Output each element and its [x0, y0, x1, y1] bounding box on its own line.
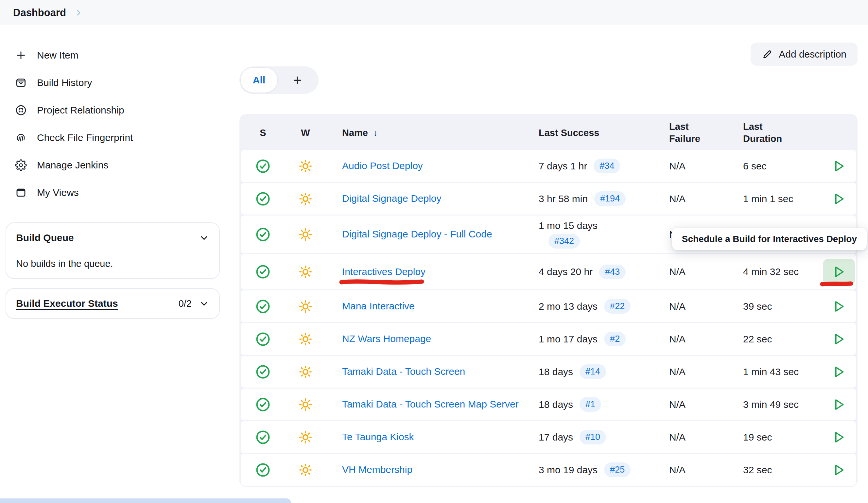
sidebar-item-check-file-fingerprint[interactable]: Check File Fingerprint	[6, 124, 239, 152]
column-header-name[interactable]: Name ↓	[326, 127, 539, 138]
column-header-weather[interactable]: W	[285, 127, 326, 138]
job-link[interactable]: Digital Signage Deploy	[342, 193, 442, 205]
sidebar-item-label: Check File Fingerprint	[37, 132, 133, 143]
last-failure-value: N/A	[669, 366, 743, 377]
build-number-badge[interactable]: #194	[594, 191, 626, 206]
build-number-badge[interactable]: #22	[604, 299, 631, 314]
build-success-icon[interactable]	[256, 264, 270, 279]
weather-sun-icon	[298, 397, 313, 412]
last-duration-value: 1 min 43 sec	[743, 366, 822, 377]
sidebar-item-build-history[interactable]: Build History	[6, 69, 239, 96]
last-duration-value: 32 sec	[743, 464, 822, 475]
table-row: Digital Signage Deploy3 hr 58 min#194N/A…	[241, 183, 856, 215]
build-number-badge[interactable]: #43	[599, 265, 626, 279]
build-number-badge[interactable]: #2	[604, 332, 626, 346]
job-link[interactable]: Te Taunga Kiosk	[342, 431, 414, 443]
sidebar-item-manage-jenkins[interactable]: Manage Jenkins	[6, 152, 239, 179]
build-queue-header[interactable]: Build Queue	[16, 232, 209, 243]
sidebar-item-label: New Item	[37, 50, 79, 61]
column-header-status[interactable]: S	[241, 127, 285, 138]
main-content: Add description All + S W Name ↓ Last Su…	[239, 25, 868, 487]
weather-sun-icon	[298, 463, 313, 477]
build-success-icon[interactable]	[256, 227, 270, 242]
last-failure-value: N/A	[669, 193, 743, 204]
sidebar-item-new-item[interactable]: New Item	[6, 42, 239, 69]
last-success-time: 4 days 20 hr	[539, 266, 593, 277]
table-row: Te Taunga Kiosk17 days#10N/A19 sec	[241, 421, 856, 453]
build-queue-empty-text: No builds in the queue.	[16, 258, 209, 269]
build-success-icon[interactable]	[256, 462, 270, 478]
job-link[interactable]: Tamaki Data - Touch Screen Map Server	[342, 398, 519, 410]
weather-sun-icon	[298, 332, 313, 346]
column-header-last-duration[interactable]: Last Duration	[743, 121, 822, 145]
schedule-build-button[interactable]	[831, 397, 846, 412]
build-queue-panel: Build Queue No builds in the queue.	[6, 223, 220, 279]
build-executor-title[interactable]: Build Executor Status	[16, 298, 118, 309]
column-header-last-failure[interactable]: Last Failure	[669, 121, 743, 145]
schedule-build-button[interactable]	[831, 158, 846, 174]
build-number-badge[interactable]: #342	[548, 234, 580, 248]
build-success-icon[interactable]	[256, 332, 270, 347]
weather-sun-icon	[298, 192, 313, 206]
last-failure-value: N/A	[669, 161, 743, 172]
sidebar-item-label: Project Relationship	[37, 105, 124, 116]
table-row: Tamaki Data - Touch Screen Map Server18 …	[241, 389, 856, 420]
table-row: Tamaki Data - Touch Screen18 days#14N/A1…	[241, 356, 856, 388]
job-link[interactable]: Interactives Deploy	[342, 266, 425, 278]
gear-icon	[15, 159, 27, 171]
build-success-icon[interactable]	[256, 191, 270, 206]
chevron-down-icon[interactable]	[199, 233, 209, 243]
last-success-time: 18 days	[539, 366, 573, 377]
sidebar-item-my-views[interactable]: My Views	[6, 179, 239, 206]
build-number-badge[interactable]: #34	[593, 158, 620, 173]
build-number-badge[interactable]: #1	[580, 397, 601, 412]
last-success-time: 7 days 1 hr	[539, 161, 587, 172]
job-link[interactable]: NZ Wars Homepage	[342, 333, 431, 345]
job-link[interactable]: Tamaki Data - Touch Screen	[342, 366, 465, 378]
build-success-icon[interactable]	[256, 365, 270, 379]
my-views-icon	[15, 186, 27, 199]
build-success-icon[interactable]	[256, 430, 270, 445]
build-number-badge[interactable]: #14	[580, 365, 606, 379]
jobs-table: S W Name ↓ Last Success Last Failure Las…	[239, 114, 858, 487]
job-link[interactable]: Audio Post Deploy	[342, 160, 423, 172]
weather-sun-icon	[298, 299, 313, 314]
table-row: Audio Post Deploy7 days 1 hr#34N/A6 sec	[241, 150, 856, 182]
job-link[interactable]: Digital Signage Deploy - Full Code	[342, 228, 492, 240]
sidebar-item-label: My Views	[37, 187, 79, 198]
build-success-icon[interactable]	[256, 158, 270, 174]
breadcrumb[interactable]: Dashboard	[13, 7, 66, 19]
bottom-scroll-strip[interactable]	[0, 499, 291, 503]
build-number-badge[interactable]: #10	[580, 430, 606, 444]
last-failure-value: N/A	[669, 301, 743, 312]
table-header: S W Name ↓ Last Success Last Failure Las…	[241, 115, 856, 150]
weather-sun-icon	[298, 365, 313, 379]
build-executor-header[interactable]: Build Executor Status 0/2	[16, 298, 209, 309]
sidebar-menu: New ItemBuild HistoryProject Relationshi…	[6, 42, 239, 206]
weather-sun-icon	[298, 265, 313, 279]
build-success-icon[interactable]	[256, 397, 270, 412]
add-description-button[interactable]: Add description	[751, 42, 858, 66]
last-failure-value: N/A	[669, 464, 743, 475]
job-link[interactable]: VH Membership	[342, 464, 412, 476]
schedule-build-button[interactable]	[831, 430, 846, 445]
build-success-icon[interactable]	[256, 299, 270, 314]
schedule-build-button[interactable]	[831, 264, 846, 279]
chevron-down-icon[interactable]	[199, 298, 209, 309]
schedule-build-button[interactable]	[831, 332, 846, 347]
schedule-build-button[interactable]	[831, 462, 846, 478]
table-body: Audio Post Deploy7 days 1 hr#34N/A6 secD…	[241, 150, 856, 486]
schedule-build-button[interactable]	[831, 191, 846, 206]
sidebar-item-project-relationship[interactable]: Project Relationship	[6, 96, 239, 124]
job-link[interactable]: Mana Interactive	[342, 300, 415, 312]
tab-all[interactable]: All	[241, 68, 277, 93]
build-number-badge[interactable]: #25	[604, 462, 631, 477]
add-description-label: Add description	[779, 49, 846, 60]
chevron-right-icon	[74, 9, 82, 17]
schedule-build-button[interactable]	[831, 365, 846, 379]
build-executor-panel: Build Executor Status 0/2	[6, 288, 220, 319]
column-header-last-success[interactable]: Last Success	[539, 127, 669, 138]
add-view-button[interactable]: +	[277, 68, 317, 93]
last-duration-value: 22 sec	[743, 333, 822, 345]
schedule-build-button[interactable]	[831, 299, 846, 314]
